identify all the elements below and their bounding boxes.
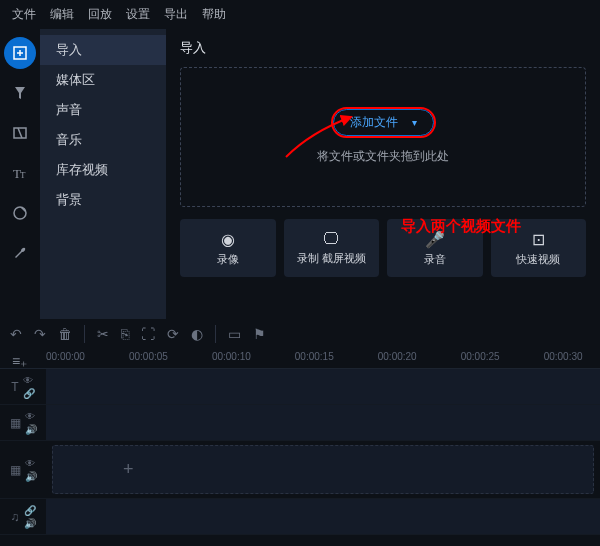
plus-icon: +: [123, 459, 134, 480]
tool-rail: TT: [0, 29, 40, 319]
capture-audio-label: 录音: [424, 253, 446, 266]
ruler-tick: 00:00:30: [544, 351, 583, 362]
import-icon[interactable]: [4, 37, 36, 69]
add-file-button[interactable]: 添加文件 ▾: [333, 109, 434, 136]
ruler-tick: 00:00:00: [46, 351, 85, 362]
transitions-icon[interactable]: [4, 117, 36, 149]
eye-icon[interactable]: 👁: [25, 458, 37, 469]
ruler-tick: 00:00:10: [212, 351, 251, 362]
video-track[interactable]: ▦👁🔊: [0, 405, 600, 441]
crop-icon[interactable]: ⛶: [141, 326, 155, 342]
link-icon[interactable]: 🔗: [24, 505, 36, 516]
tools-icon[interactable]: [4, 237, 36, 269]
svg-line-4: [18, 128, 22, 138]
import-sidebar: 导入 媒体区 声音 音乐 库存视频 背景: [40, 29, 166, 319]
sidebar-item-import[interactable]: 导入: [40, 35, 166, 65]
undo-icon[interactable]: ↶: [10, 326, 22, 342]
sidebar-item-media[interactable]: 媒体区: [40, 65, 166, 95]
sidebar-item-sounds[interactable]: 声音: [40, 95, 166, 125]
link-icon[interactable]: 🔗: [23, 388, 35, 399]
eye-icon[interactable]: 👁: [25, 411, 37, 422]
svg-text:T: T: [20, 170, 26, 180]
filters-icon[interactable]: [4, 77, 36, 109]
capture-screen[interactable]: 🖵 录制 截屏视频: [284, 219, 380, 277]
menu-file[interactable]: 文件: [6, 4, 42, 25]
menu-edit[interactable]: 编辑: [44, 4, 80, 25]
music-icon: ♫: [11, 510, 20, 524]
timeline-toolbar: ↶ ↷ 🗑 ✂ ⎘ ⛶ ⟳ ◐ ▭ ⚑: [0, 319, 600, 349]
capture-screen-label: 录制 截屏视频: [297, 252, 366, 265]
track-body[interactable]: [46, 369, 600, 404]
marker-icon[interactable]: ⚑: [253, 326, 266, 342]
titles-icon[interactable]: TT: [4, 157, 36, 189]
capture-row: ◉ 录像 🖵 录制 截屏视频 🎤 录音 ⊡ 快速视频: [180, 219, 586, 277]
drop-zone[interactable]: 添加文件 ▾ 将文件或文件夹拖到此处: [180, 67, 586, 207]
audio-track-head: ♫🔗🔊: [0, 499, 46, 534]
cut-icon[interactable]: ✂: [97, 326, 109, 342]
chevron-down-icon: ▾: [412, 117, 417, 128]
eye-icon[interactable]: 👁: [23, 375, 35, 386]
add-file-label: 添加文件: [350, 114, 398, 131]
camera-icon: ◉: [221, 230, 235, 249]
sidebar-item-backgrounds[interactable]: 背景: [40, 185, 166, 215]
video-track-head: ▦👁🔊: [0, 405, 46, 440]
transition-icon[interactable]: ▭: [228, 326, 241, 342]
rotate-icon[interactable]: ⟳: [167, 326, 179, 342]
delete-icon[interactable]: 🗑: [58, 326, 72, 342]
track-body[interactable]: [46, 405, 600, 440]
add-track[interactable]: ▦👁🔊 +: [0, 441, 600, 499]
add-track-icon[interactable]: ≡₊: [12, 353, 27, 369]
menu-help[interactable]: 帮助: [196, 4, 232, 25]
menu-export[interactable]: 导出: [158, 4, 194, 25]
annotation-text: 导入两个视频文件: [401, 217, 521, 236]
add-track-head: ▦👁🔊: [0, 441, 46, 498]
menu-bar: 文件 编辑 回放 设置 导出 帮助: [0, 0, 600, 29]
video-icon: ▦: [10, 416, 21, 430]
audio-track[interactable]: ♫🔗🔊: [0, 499, 600, 535]
title-track[interactable]: T👁🔗: [0, 369, 600, 405]
bolt-icon: ⊡: [532, 230, 545, 249]
color-icon[interactable]: ◐: [191, 326, 203, 342]
redo-icon[interactable]: ↷: [34, 326, 46, 342]
capture-video-label: 录像: [217, 253, 239, 266]
menu-playback[interactable]: 回放: [82, 4, 118, 25]
import-panel: 导入 添加文件 ▾ 将文件或文件夹拖到此处 导入两个视频文件 ◉ 录像 🖵 录制…: [166, 29, 600, 319]
sidebar-item-stock[interactable]: 库存视频: [40, 155, 166, 185]
stickers-icon[interactable]: [4, 197, 36, 229]
track-body[interactable]: [46, 499, 600, 534]
ruler-tick: 00:00:20: [378, 351, 417, 362]
separator: [215, 325, 216, 343]
sidebar-item-music[interactable]: 音乐: [40, 125, 166, 155]
capture-video[interactable]: ◉ 录像: [180, 219, 276, 277]
capture-quick-label: 快速视频: [516, 253, 560, 266]
text-icon: T: [11, 380, 18, 394]
drop-hint: 将文件或文件夹拖到此处: [317, 148, 449, 165]
speaker-icon[interactable]: 🔊: [24, 518, 36, 529]
ruler-tick: 00:00:15: [295, 351, 334, 362]
ruler-tick: 00:00:05: [129, 351, 168, 362]
panel-title: 导入: [180, 39, 586, 57]
timeline: ≡₊ 00:00:00 00:00:05 00:00:10 00:00:15 0…: [0, 349, 600, 535]
title-track-head: T👁🔗: [0, 369, 46, 404]
speaker-icon[interactable]: 🔊: [25, 424, 37, 435]
add-track-body[interactable]: +: [52, 445, 594, 494]
video-icon: ▦: [10, 463, 21, 477]
menu-settings[interactable]: 设置: [120, 4, 156, 25]
ruler-tick: 00:00:25: [461, 351, 500, 362]
monitor-icon: 🖵: [323, 230, 339, 248]
split-icon[interactable]: ⎘: [121, 326, 129, 342]
time-ruler[interactable]: 00:00:00 00:00:05 00:00:10 00:00:15 00:0…: [0, 349, 600, 369]
speaker-icon[interactable]: 🔊: [25, 471, 37, 482]
separator: [84, 325, 85, 343]
